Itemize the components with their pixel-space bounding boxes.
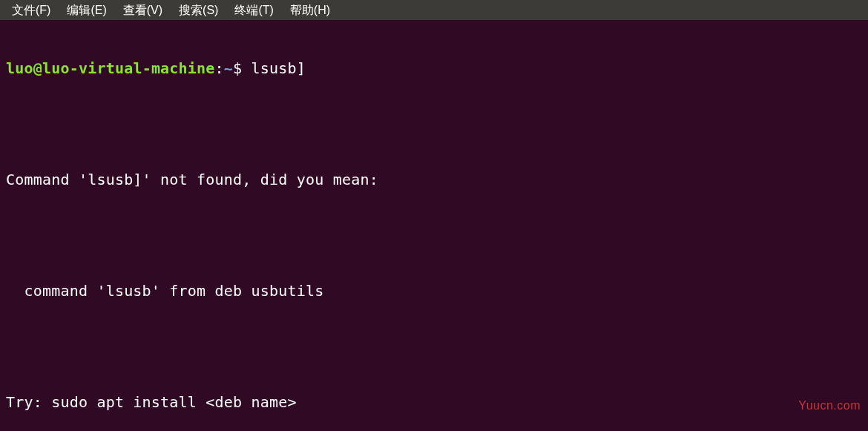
menu-edit[interactable]: 编辑(E) (67, 1, 106, 19)
output-line (6, 226, 862, 245)
prompt-user: luo (6, 59, 33, 77)
menu-view[interactable]: 查看(V) (123, 1, 162, 19)
prompt-at: @ (33, 59, 42, 77)
output-line: Try: sudo apt install <deb name> (6, 393, 862, 412)
watermark: Yuucn.com (798, 396, 861, 415)
command-text-1: lsusb] (251, 59, 306, 77)
output-line: command 'lsusb' from deb usbutils (6, 282, 862, 300)
prompt-path: ~ (224, 59, 233, 77)
output-line (6, 338, 862, 356)
menubar: 文件(F) 编辑(E) 查看(V) 搜索(S) 终端(T) 帮助(H) (0, 0, 868, 20)
output-line (6, 115, 862, 134)
prompt-line-1: luo@luo-virtual-machine:~$ lsusb] (6, 59, 862, 78)
prompt-colon: : (215, 59, 224, 77)
menu-file[interactable]: 文件(F) (12, 1, 50, 19)
menu-help[interactable]: 帮助(H) (290, 1, 330, 19)
menu-terminal[interactable]: 终端(T) (234, 1, 273, 19)
menu-search[interactable]: 搜索(S) (179, 1, 218, 19)
terminal-body[interactable]: luo@luo-virtual-machine:~$ lsusb] Comman… (0, 20, 868, 431)
prompt-dollar: $ (233, 59, 242, 77)
prompt-host: luo-virtual-machine (42, 59, 215, 77)
output-line: Command 'lsusb]' not found, did you mean… (6, 171, 862, 189)
